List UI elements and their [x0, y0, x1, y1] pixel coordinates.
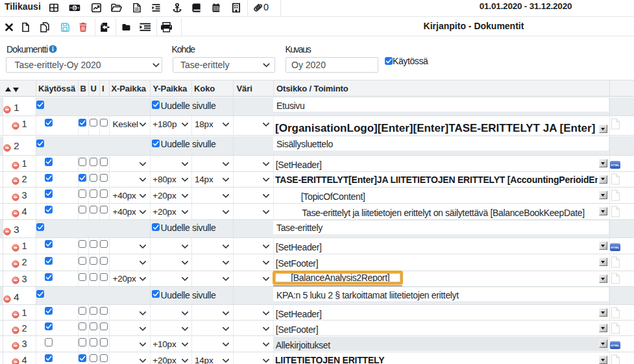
svg-text:HTML: HTML — [611, 164, 619, 167]
svg-text:HTML: HTML — [611, 245, 619, 249]
svg-text:HTML: HTML — [611, 343, 619, 346]
svg-text:0: 0 — [73, 5, 76, 10]
